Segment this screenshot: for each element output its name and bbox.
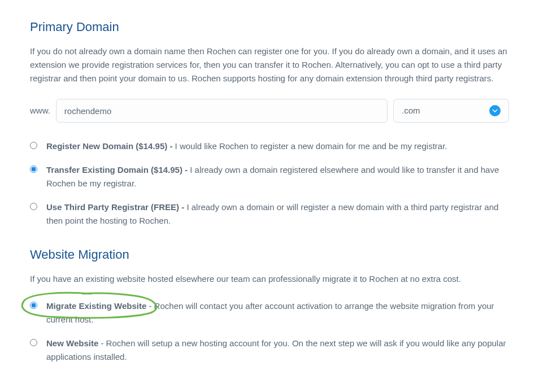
radio-migrate-existing-website-input[interactable] (30, 302, 37, 309)
www-prefix-label: www. (30, 104, 50, 117)
radio-migrate-existing-website[interactable]: Migrate Existing Website - Rochen will c… (30, 299, 509, 326)
primary-domain-description: If you do not already own a domain name … (30, 45, 509, 85)
radio-third-party-registrar-label[interactable]: Use Third Party Registrar (FREE) - I alr… (46, 201, 509, 228)
tld-dropdown[interactable]: .com (393, 99, 509, 123)
radio-transfer-existing-domain-input[interactable] (30, 165, 37, 173)
radio-third-party-registrar[interactable]: Use Third Party Registrar (FREE) - I alr… (30, 201, 509, 228)
radio-third-party-registrar-input[interactable] (30, 203, 37, 210)
radio-new-website-label[interactable]: New Website - Rochen will setup a new ho… (46, 337, 509, 364)
radio-transfer-existing-domain[interactable]: Transfer Existing Domain ($14.95) - I al… (30, 163, 509, 190)
chevron-down-icon (489, 105, 501, 116)
website-migration-description: If you have an existing website hosted e… (30, 272, 509, 286)
domain-input-row: www. .com (30, 99, 509, 123)
radio-register-new-domain-label[interactable]: Register New Domain ($14.95) - I would l… (46, 140, 447, 153)
radio-new-website[interactable]: New Website - Rochen will setup a new ho… (30, 337, 509, 364)
radio-new-website-input[interactable] (30, 339, 37, 346)
radio-register-new-domain-input[interactable] (30, 142, 37, 149)
radio-migrate-existing-website-label[interactable]: Migrate Existing Website - Rochen will c… (46, 299, 509, 326)
domain-name-input[interactable] (56, 99, 388, 123)
radio-register-new-domain[interactable]: Register New Domain ($14.95) - I would l… (30, 140, 509, 153)
tld-selected-value: .com (402, 104, 420, 117)
radio-transfer-existing-domain-label[interactable]: Transfer Existing Domain ($14.95) - I al… (46, 163, 509, 190)
website-migration-heading: Website Migration (30, 245, 509, 264)
primary-domain-heading: Primary Domain (30, 17, 509, 37)
